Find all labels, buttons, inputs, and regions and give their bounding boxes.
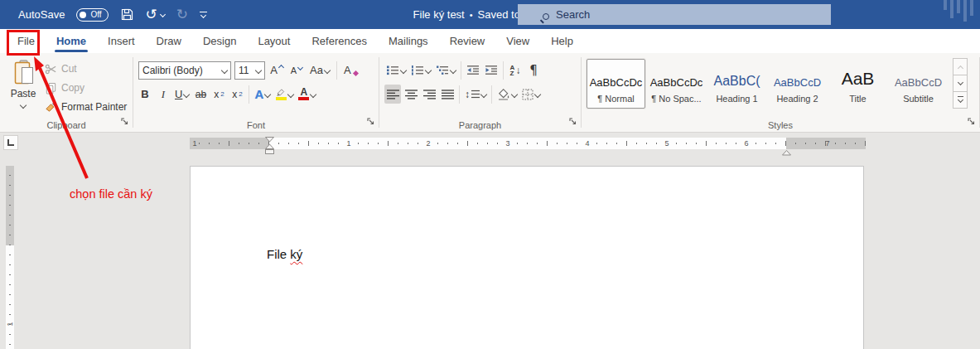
style-no-spacing[interactable]: AaBbCcDc ¶ No Spac...	[647, 59, 706, 109]
search-box[interactable]	[518, 4, 831, 25]
show-hide-marks-button[interactable]: ¶	[525, 61, 542, 80]
numbering-button[interactable]	[409, 61, 432, 80]
ruler-number: 3	[504, 138, 511, 148]
justify-icon	[442, 89, 454, 100]
word-window: AutoSave Off ↺ ↻	[0, 0, 980, 349]
change-case-button[interactable]: Aa	[308, 61, 331, 80]
line-spacing-button[interactable]: ↕	[463, 85, 488, 104]
save-button[interactable]	[120, 7, 134, 22]
tab-home[interactable]: Home	[46, 29, 97, 53]
dialog-launcher-icon	[569, 118, 577, 126]
ribbon-tabs: File Home Insert Draw Design Layout Refe…	[0, 29, 980, 53]
style-subtitle[interactable]: AaBbCcD Subtitle	[889, 59, 948, 109]
undo-dropdown-icon[interactable]	[160, 12, 166, 17]
tab-layout[interactable]: Layout	[247, 29, 301, 53]
ruler-number: 1	[6, 320, 14, 328]
shrink-font-button[interactable]: A	[288, 61, 305, 80]
vertical-ruler[interactable]: 1	[6, 166, 14, 349]
document-text[interactable]: File ký	[267, 247, 302, 261]
highlight-color-swatch	[276, 97, 287, 100]
tab-references[interactable]: References	[301, 29, 377, 53]
align-center-button[interactable]	[403, 85, 419, 104]
styles-scroll-down-button[interactable]	[953, 75, 968, 92]
chevron-down-icon	[957, 97, 963, 103]
format-painter-button[interactable]: Format Painter	[45, 99, 127, 115]
group-styles: AaBbCcDc ¶ Normal AaBbCcDc ¶ No Spac... …	[582, 53, 979, 132]
style-heading-2[interactable]: AaBbCcD Heading 2	[768, 59, 827, 109]
borders-button[interactable]	[520, 85, 542, 104]
bold-button[interactable]: B	[137, 85, 153, 104]
tab-stop-selector[interactable]	[3, 135, 18, 150]
font-color-button[interactable]: A	[297, 85, 317, 104]
font-dialog-launcher[interactable]	[367, 114, 375, 129]
updown-arrow-icon: ↕	[465, 89, 470, 100]
redo-button[interactable]: ↻	[176, 7, 188, 22]
underline-button[interactable]: U	[173, 85, 191, 104]
tab-file[interactable]: File	[7, 29, 46, 53]
copy-button[interactable]: Copy	[45, 80, 127, 96]
clipboard-group-label: Clipboard	[0, 120, 133, 130]
title-bar: AutoSave Off ↺ ↻	[0, 0, 980, 29]
style-title[interactable]: AaB Title	[828, 59, 887, 109]
group-font: Calibri (Body) 11 A A Aa A	[133, 53, 379, 132]
align-left-button[interactable]	[384, 85, 401, 104]
tab-help[interactable]: Help	[540, 29, 584, 53]
decrease-indent-button[interactable]	[465, 61, 481, 80]
align-right-icon	[423, 89, 436, 100]
styles-scroll-up-button[interactable]	[953, 58, 968, 75]
clear-formatting-button[interactable]: A	[342, 61, 360, 80]
autosave-label: AutoSave	[18, 8, 65, 21]
ruler-number: 1	[191, 138, 198, 148]
redo-icon: ↻	[176, 7, 188, 22]
search-input[interactable]	[556, 8, 804, 21]
superscript-button[interactable]: x2	[229, 85, 245, 104]
style-heading-1[interactable]: AaBbC( Heading 1	[707, 59, 766, 109]
tab-draw[interactable]: Draw	[146, 29, 192, 53]
styles-group-label: Styles	[582, 120, 979, 130]
strikethrough-button[interactable]: ab	[192, 85, 209, 104]
document-page[interactable]: File ký	[190, 166, 864, 349]
horizontal-ruler[interactable]: 1 1 2 3 4 5 6 7	[190, 138, 866, 149]
grow-font-button[interactable]: A	[268, 61, 285, 80]
ruler-number: 1	[345, 138, 352, 148]
italic-button[interactable]: I	[155, 85, 171, 104]
paragraph-dialog-launcher[interactable]	[569, 114, 577, 129]
undo-icon: ↺	[146, 7, 157, 22]
cut-button[interactable]: Cut	[45, 61, 127, 77]
group-clipboard: Paste Cut	[0, 53, 133, 132]
ruler-number: 7	[823, 138, 831, 148]
font-name-combo[interactable]: Calibri (Body)	[138, 61, 231, 80]
sort-button[interactable]: A Z ↓	[507, 61, 524, 80]
toggle-knob-icon	[80, 12, 86, 18]
font-size-combo[interactable]: 11	[234, 61, 265, 80]
paste-dropdown-icon[interactable]	[20, 102, 27, 109]
bullets-button[interactable]	[384, 61, 408, 80]
highlight-color-button[interactable]	[273, 85, 295, 104]
style-normal[interactable]: AaBbCcDc ¶ Normal	[587, 59, 645, 109]
tab-insert[interactable]: Insert	[97, 29, 146, 53]
justify-button[interactable]	[439, 85, 456, 104]
tab-view[interactable]: View	[495, 29, 540, 53]
styles-gallery-more-button[interactable]	[953, 91, 968, 109]
autosave-toggle[interactable]: Off	[76, 8, 108, 22]
tab-review[interactable]: Review	[439, 29, 496, 53]
search-icon	[543, 13, 549, 20]
undo-button[interactable]: ↺	[146, 7, 165, 22]
right-indent-marker[interactable]	[782, 144, 791, 159]
increase-indent-button[interactable]	[483, 61, 500, 80]
tab-mailings[interactable]: Mailings	[378, 29, 439, 53]
save-icon	[120, 7, 134, 22]
tab-design[interactable]: Design	[192, 29, 247, 53]
document-title: File ký test	[413, 8, 465, 21]
text-effects-button[interactable]: A	[253, 85, 272, 104]
align-right-button[interactable]	[421, 85, 437, 104]
customize-toolbar-button[interactable]	[200, 12, 207, 18]
subscript-button[interactable]: x2	[210, 85, 227, 104]
styles-dialog-launcher[interactable]	[968, 114, 976, 129]
shading-button[interactable]	[495, 85, 519, 104]
borders-icon	[522, 89, 533, 100]
clipboard-dialog-launcher[interactable]	[121, 114, 129, 129]
paste-icon	[12, 60, 35, 85]
multilevel-list-button[interactable]	[434, 61, 457, 80]
indent-markers[interactable]	[265, 137, 274, 158]
